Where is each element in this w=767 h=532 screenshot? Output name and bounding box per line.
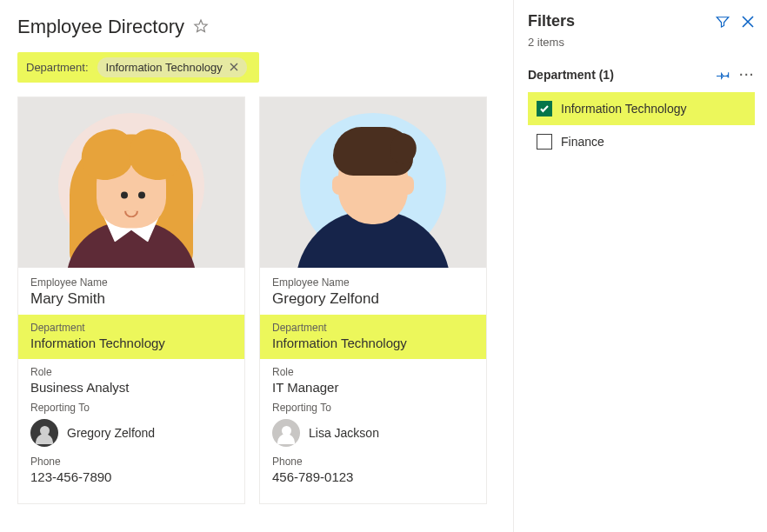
phone-label: Phone <box>272 456 474 468</box>
main-content: Employee Directory Department: Informati… <box>0 0 513 532</box>
employee-name-label: Employee Name <box>272 276 474 289</box>
clear-filter-icon[interactable] <box>230 61 238 74</box>
filter-option-information-technology[interactable]: Information Technology <box>528 92 755 125</box>
manager-name: Lisa Jackson <box>309 426 379 440</box>
more-options-icon[interactable]: ··· <box>739 68 755 82</box>
page-title-row: Employee Directory <box>17 16 496 38</box>
role-label: Role <box>272 366 474 378</box>
manager-avatar-placeholder <box>272 419 300 447</box>
filter-section-header: Department (1) ··· <box>528 68 755 82</box>
employee-name-label: Employee Name <box>30 276 232 289</box>
employee-card[interactable]: Employee Name Mary Smith Department Info… <box>17 96 245 504</box>
funnel-filter-icon[interactable] <box>715 14 730 30</box>
pin-icon[interactable] <box>717 68 730 82</box>
employee-name-value: Gregory Zelfond <box>272 290 474 308</box>
role-value: IT Manager <box>272 380 474 395</box>
department-label: Department <box>272 322 474 334</box>
applied-filter-bar: Department: Information Technology <box>17 52 259 83</box>
filter-section-label: Department (1) <box>528 68 614 82</box>
role-value: Business Analyst <box>30 380 232 395</box>
department-label: Department <box>30 322 232 334</box>
employee-name-value: Mary Smith <box>30 290 232 308</box>
card-body: Employee Name Mary Smith Department Info… <box>18 268 244 503</box>
filter-option-label: Finance <box>561 135 604 149</box>
card-avatar-area <box>18 97 244 268</box>
avatar-illustration <box>290 106 456 268</box>
close-panel-icon[interactable] <box>741 15 755 29</box>
phone-value: 456-789-0123 <box>272 469 474 484</box>
manager-name: Gregory Zelfond <box>67 426 155 440</box>
filters-panel: Filters 2 items Department (1) ··· Infor… <box>513 0 767 532</box>
reporting-to-label: Reporting To <box>30 402 232 414</box>
manager-avatar <box>30 419 58 447</box>
card-body: Employee Name Gregory Zelfond Department… <box>260 268 486 503</box>
department-value: Information Technology <box>30 336 232 350</box>
phone-label: Phone <box>30 456 232 468</box>
department-value: Information Technology <box>272 336 474 350</box>
filter-bar-label: Department: <box>26 61 89 74</box>
checkbox-checked-icon <box>537 101 552 116</box>
avatar-illustration <box>53 110 210 268</box>
cards-container: Employee Name Mary Smith Department Info… <box>17 96 496 504</box>
filter-pill-department[interactable]: Information Technology <box>97 57 247 77</box>
filter-option-finance[interactable]: Finance <box>528 125 755 158</box>
checkbox-unchecked-icon <box>537 134 552 150</box>
card-avatar-area <box>260 97 486 268</box>
filter-option-label: Information Technology <box>561 102 687 116</box>
role-label: Role <box>30 366 232 378</box>
filters-title: Filters <box>528 12 575 30</box>
filters-item-count: 2 items <box>528 36 755 49</box>
filter-pill-value: Information Technology <box>106 61 223 74</box>
reporting-to-label: Reporting To <box>272 402 474 414</box>
page-title: Employee Directory <box>17 16 184 38</box>
favorite-star-icon[interactable] <box>193 18 209 37</box>
employee-card[interactable]: Employee Name Gregory Zelfond Department… <box>259 96 487 504</box>
phone-value: 123-456-7890 <box>30 469 232 484</box>
